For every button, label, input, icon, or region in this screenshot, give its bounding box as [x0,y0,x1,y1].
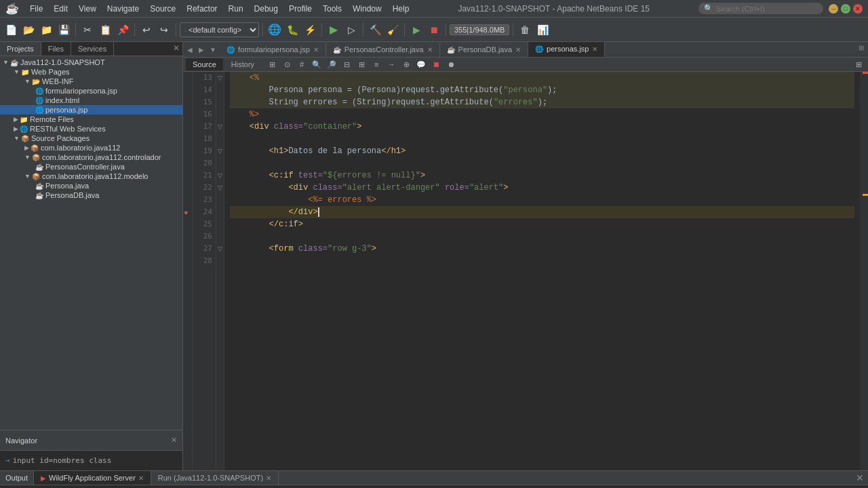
toggle-breakpoints[interactable]: ⊙ [280,58,294,71]
menu-item-window[interactable]: Window [347,3,387,15]
navigator-close[interactable]: ✕ [171,436,177,445]
toggle-comments[interactable]: 💬 [414,58,428,71]
tree-formulariopersona[interactable]: 🌐 formulariopersona.jsp [0,86,182,96]
close-run-tab[interactable]: ✕ [266,474,271,482]
new-project-button[interactable]: 📄 [3,22,19,38]
tree-restful[interactable]: ▶ 🌐 RESTful Web Services [0,124,182,134]
tree-index[interactable]: 🌐 index.html [0,96,182,105]
copy-button[interactable]: 📋 [97,22,113,38]
fold-21[interactable]: ▽ [216,169,224,182]
close-tab-3[interactable]: ✕ [592,45,597,53]
sub-tab-source[interactable]: Source [186,58,223,70]
tab-next-button[interactable]: ▶ [196,44,207,55]
tab-prev-button[interactable]: ◀ [184,44,195,55]
record-macro[interactable]: ⏺ [444,58,458,71]
menu-item-profile[interactable]: Profile [283,3,317,15]
maximize-button[interactable]: □ [841,4,850,14]
unfold-code[interactable]: ⊞ [355,58,368,71]
run-last-button[interactable]: ▷ [343,22,359,38]
close-output-panel[interactable]: ✕ [852,472,868,483]
menu-item-view[interactable]: View [73,3,102,15]
close-tab-1[interactable]: ✕ [427,46,433,54]
fold-17[interactable]: ▽ [216,121,224,133]
build-button[interactable]: 🔨 [367,22,383,38]
close-tab-0[interactable]: ✕ [313,46,319,54]
tab-dropdown-button[interactable]: ▼ [208,44,218,55]
menu-item-edit[interactable]: Edit [48,3,73,15]
browser-button[interactable]: 🌐 [267,22,283,38]
editor-tab-personas[interactable]: 🌐 personas.jsp ✕ [528,42,605,57]
gc-button[interactable]: 🗑 [517,22,533,38]
search-bar[interactable]: 🔍 [698,3,823,14]
tree-personas-controller[interactable]: ☕ PersonasController.java [0,162,182,171]
debug-run-button[interactable]: ▶ [408,22,425,38]
menu-item-tools[interactable]: Tools [317,3,347,15]
undo-button[interactable]: ↩ [138,22,155,38]
goto-definition[interactable]: → [384,58,398,71]
tree-source-packages[interactable]: ▼ 📦 Source Packages [0,134,182,143]
profile2-button[interactable]: 📊 [534,22,551,38]
close-button[interactable]: ✕ [853,4,863,14]
tree-pkg2[interactable]: ▼ 📦 com.laboratorio.java112.controlador [0,152,182,162]
tree-root[interactable]: ▼ ☕ Java112-1.0-SNAPSHOT [0,58,182,67]
fold-19[interactable]: ▽ [216,145,224,157]
search-input[interactable] [716,5,818,13]
stop-macro[interactable]: ⏹ [429,58,443,71]
menu-item-run[interactable]: Run [223,3,249,15]
tree-web-pages[interactable]: ▼ 📁 Web Pages [0,67,182,77]
stop-button[interactable]: ⏹ [426,22,442,38]
editor-tab-formulariopersona[interactable]: 🌐 formulariopersona.jsp ✕ [220,42,326,57]
close-wildfly-tab[interactable]: ✕ [138,474,144,482]
editor-maximize[interactable]: ⊞ [852,58,865,71]
zoom-in[interactable]: 🔍 [310,58,323,71]
open-project-button[interactable]: 📂 [20,22,37,38]
tree-persona-java[interactable]: ☕ Persona.java [0,181,182,190]
close-tab-2[interactable]: ✕ [515,46,521,54]
redo-button[interactable]: ↪ [156,22,172,38]
menu-item-help[interactable]: Help [387,3,415,15]
sub-tab-history[interactable]: History [224,58,261,70]
cut-button[interactable]: ✂ [79,22,96,38]
zoom-out[interactable]: 🔎 [325,58,338,71]
debug-button[interactable]: 🐛 [284,22,300,38]
tree-personas-jsp[interactable]: 🌐 personas.jsp [0,105,182,115]
clean-build-button[interactable]: 🧹 [384,22,401,38]
output-content[interactable]: ●15:07:53,475 INFO [com.laboratorio.java… [0,485,868,488]
fold-13[interactable]: ▽ [216,72,224,84]
tree-persona-db[interactable]: ☕ PersonaDB.java [0,190,182,200]
panel-tab-files[interactable]: Files [41,42,71,56]
panel-tab-services[interactable]: Services [71,42,114,56]
tree-pkg3[interactable]: ▼ 📦 com.laboratorio.java112.modelo [0,171,182,181]
code-content[interactable]: <% Persona persona = (Persona)request.ge… [224,72,860,470]
find-usages[interactable]: ⊕ [399,58,413,71]
menu-item-source[interactable]: Source [144,3,181,15]
menu-item-navigate[interactable]: Navigate [102,3,144,15]
fold-code[interactable]: ⊟ [340,58,353,71]
config-dropdown[interactable]: <default config> [180,22,259,37]
save-button[interactable]: 💾 [56,22,72,38]
menu-item-file[interactable]: File [24,3,48,15]
panel-tab-projects[interactable]: Projects [0,42,41,56]
profile-button[interactable]: ⚡ [302,22,318,38]
tree-remote-files[interactable]: ▶ 📁 Remote Files [0,115,182,124]
run-button[interactable]: ▶ [326,22,342,38]
tree-pkg1[interactable]: ▶ 📦 com.laboratorio.java112 [0,143,182,152]
editor-tab-personadb[interactable]: ☕ PersonaDB.java ✕ [440,42,529,57]
tree-web-inf[interactable]: ▼ 📂 WEB-INF [0,77,182,86]
paste-button[interactable]: 📌 [115,22,131,38]
menu-item-debug[interactable]: Debug [249,3,283,15]
fold-27[interactable]: ▽ [216,243,224,255]
toggle-line-numbers[interactable]: # [295,58,309,71]
menu-item-refactor[interactable]: Refactor [181,3,222,15]
maximize-editor-button[interactable]: ⊞ [854,42,868,53]
fold-22[interactable]: ▽ [216,182,224,194]
output-tab-wildfly[interactable]: ▶ WildFly Application Server ✕ [34,471,151,485]
output-tab-run[interactable]: Run (Java112-1.0-SNAPSHOT) ✕ [151,471,279,485]
format-code[interactable]: ≡ [370,58,383,71]
tab-spacer [605,42,854,57]
editor-tab-personascontroller[interactable]: ☕ PersonasController.java ✕ [326,42,440,57]
minimize-button[interactable]: ─ [829,4,838,14]
panel-close[interactable]: ✕ [170,42,182,56]
open-file-button[interactable]: 📁 [38,22,54,38]
toggle-bookmarks[interactable]: ⊞ [265,58,279,71]
